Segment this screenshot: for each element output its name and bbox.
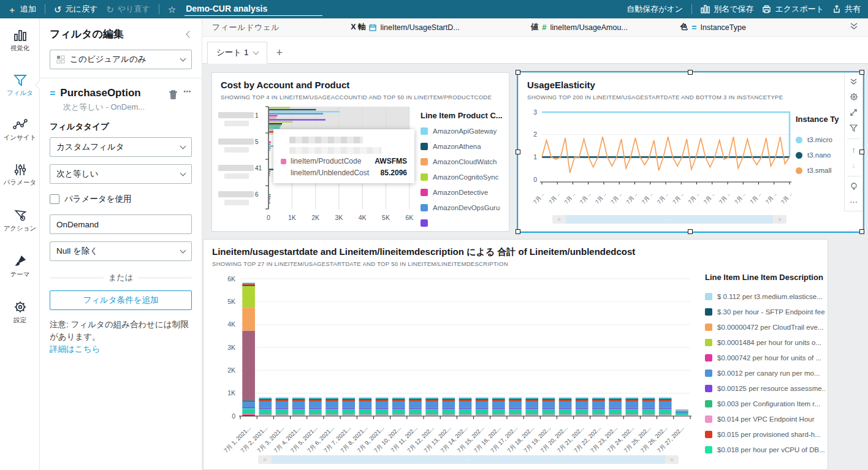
scrollbar-right-handle[interactable]: ≡ xyxy=(773,215,786,224)
visual-unblendedcost-by-date[interactable]: Lineitem/usagestartdate and Lineitem/lin… xyxy=(203,239,828,470)
field-well-color[interactable]: 色 = InstanceType xyxy=(680,22,746,32)
undo-button[interactable]: ↺ 元に戻す xyxy=(54,4,97,15)
field-well-x-axis[interactable]: X 軸 lineItem/UsageStartD... xyxy=(351,22,460,32)
legend-swatch xyxy=(705,293,712,300)
export-button[interactable]: エクスポート xyxy=(762,4,824,15)
move-down-button[interactable]: ↓ xyxy=(847,160,861,170)
legend-item[interactable]: t3.micro xyxy=(796,136,843,143)
use-parameter-checkbox[interactable] xyxy=(50,194,59,204)
analysis-title-input[interactable]: Demo-CUR analysis xyxy=(185,2,322,16)
panel-title: フィルタの編集 xyxy=(50,27,124,41)
legend-item[interactable]: $0.000742 per hour for units of ... xyxy=(705,354,825,362)
legend-item[interactable]: $0.014 per VPC Endpoint Hour xyxy=(705,415,825,423)
sidebar-item-visualize[interactable]: 視覚化 xyxy=(0,23,40,58)
scrollbar-track[interactable]: ⋯ xyxy=(272,455,665,464)
legend-item[interactable]: $0.015 per provisioned shard-h... xyxy=(705,431,825,438)
save-as-button[interactable]: 別名で保存 xyxy=(701,4,753,15)
legend-item[interactable]: $0.003 per Configuration Item r... xyxy=(705,400,825,407)
sidebar-item-filter[interactable]: フィルタ xyxy=(0,68,40,103)
filter-scope-select[interactable]: このビジュアルのみ xyxy=(50,50,192,69)
resize-handle-nw[interactable] xyxy=(516,70,520,75)
legend-item[interactable] xyxy=(421,219,508,227)
legend-item[interactable]: $0.00000472 per CloudTrail eve... xyxy=(705,324,825,331)
autosave-status[interactable]: 自動保存がオン xyxy=(626,4,683,15)
favorite-button[interactable]: ☆ xyxy=(168,5,176,14)
legend-item[interactable]: $0.018 per hour per vCPU of DB... xyxy=(705,446,825,453)
visual-settings-button[interactable] xyxy=(847,92,861,102)
rail-label: パラメータ xyxy=(4,178,36,187)
learn-more-link[interactable]: 詳細はこちら xyxy=(50,344,192,355)
legend-item[interactable]: t3.small xyxy=(796,167,843,174)
sidebar-item-settings[interactable]: 設定 xyxy=(0,294,40,330)
trash-icon[interactable] xyxy=(168,89,178,100)
sidebar-item-actions[interactable]: アクション xyxy=(0,202,40,238)
redo-button[interactable]: ↻ やり直す xyxy=(106,4,150,15)
add-button[interactable]: ＋ 追加 xyxy=(7,4,36,15)
legend-item[interactable]: AmazonCloudWatch xyxy=(421,158,508,165)
legend-item[interactable]: AmazonAthena xyxy=(421,143,508,150)
legend-item[interactable]: $ 0.112 per t3.medium.elasticse... xyxy=(705,293,825,300)
legend-item[interactable]: $.30 per hour - SFTP Endpoint fee xyxy=(705,308,825,316)
svg-text:1K: 1K xyxy=(227,389,235,396)
legend-label: AmazonCloudWatch xyxy=(433,158,497,165)
tab-sheet-1[interactable]: シート 1 xyxy=(207,42,267,64)
legend-item[interactable]: AmazonApiGateway xyxy=(421,127,508,135)
sidebar-item-parameters[interactable]: パラメータ xyxy=(0,157,40,192)
sliders-icon xyxy=(13,164,27,176)
resize-handle-sw[interactable] xyxy=(516,229,520,234)
resize-handle-ne[interactable] xyxy=(859,70,864,75)
legend-item[interactable]: AmazonCognitoSync xyxy=(421,173,508,181)
lightbulb-icon xyxy=(850,183,858,191)
legend-item[interactable]: t3.nano xyxy=(796,151,843,159)
legend-item[interactable]: AmazonDetective xyxy=(421,189,508,196)
field-well-value[interactable]: 値 # lineItem/UsageAmou... xyxy=(531,22,628,32)
chevron-down-icon xyxy=(180,247,186,253)
visual-filter-button[interactable] xyxy=(847,123,861,133)
svg-text:3: 3 xyxy=(533,108,537,116)
divider xyxy=(159,4,159,14)
add-sheet-button[interactable]: + xyxy=(267,43,291,63)
legend-item[interactable]: $0.0001484 per hour for units o... xyxy=(705,339,825,346)
visual-cost-by-account-product[interactable]: Cost by Account and Product SHOWING TOP … xyxy=(211,72,509,232)
collapse-panel-icon[interactable] xyxy=(186,31,192,37)
sidebar-item-insights[interactable]: インサイト xyxy=(0,113,40,148)
visual-menu-button[interactable]: ⋯ xyxy=(847,197,861,207)
scrollbar-track[interactable]: ⋯ xyxy=(566,215,773,224)
filter-value-input[interactable]: OnDemand xyxy=(50,214,192,234)
maximize-visual-button[interactable] xyxy=(847,108,861,118)
move-up-button[interactable]: ↑ xyxy=(847,145,861,154)
field-wells-label[interactable]: フィールドウェル xyxy=(212,22,280,33)
legend-item[interactable]: AmazonDevOpsGuru xyxy=(421,204,508,211)
visual-usage-elasticity[interactable]: UsageElasticity SHOWING TOP 200 IN LINEI… xyxy=(518,72,863,232)
resize-handle-n[interactable] xyxy=(688,70,693,75)
filter-type-select[interactable]: カスタムフィルタ xyxy=(50,137,192,157)
legend-item[interactable]: $0.0012 per canary run per mo... xyxy=(705,370,825,377)
scrollbar-right-handle[interactable]: ≡ xyxy=(665,455,679,464)
legend-label: $ 0.112 per t3.medium.elasticse... xyxy=(717,293,823,300)
filter-menu-icon[interactable]: ⋯ xyxy=(183,87,192,96)
insights-icon xyxy=(13,119,28,131)
add-filter-condition-button[interactable]: フィルタ条件を追加 xyxy=(50,290,192,310)
line-chart[interactable]: 32107月 ..7月 ..7月 ..7月 ..7月 ..7月 ..7月 ..7… xyxy=(525,105,794,208)
share-button[interactable]: 共有 xyxy=(832,4,861,15)
chart-zoom-scrollbar[interactable]: ≡ ⋯ ≡ xyxy=(552,215,786,224)
sheet-tab-label: シート 1 xyxy=(216,47,248,58)
null-handling-select[interactable]: Null を除く xyxy=(50,241,192,261)
svg-text:3K: 3K xyxy=(335,214,343,221)
scrollbar-left-handle[interactable]: ≡ xyxy=(258,455,272,464)
resize-handle-se[interactable] xyxy=(859,229,864,234)
stacked-bar-chart[interactable]: 01K2K3K4K5K6K7月 1, 2021...7月 2, 2021...7… xyxy=(211,270,695,453)
visual-subtitle: SHOWING TOP 27 IN LINEITEM/USAGESTARTDAT… xyxy=(212,260,508,267)
resize-handle-s[interactable] xyxy=(688,229,693,234)
gear-icon xyxy=(13,300,27,314)
chart-zoom-scrollbar[interactable]: ≡ ⋯ ≡ xyxy=(258,455,679,464)
resize-handle-w[interactable] xyxy=(516,150,520,154)
resize-handle-e[interactable] xyxy=(859,150,864,154)
insights-suggestion-button[interactable] xyxy=(847,182,861,192)
legend-item[interactable]: $0.00125 per resource assessme... xyxy=(705,385,825,392)
expand-field-wells-button[interactable] xyxy=(850,23,858,32)
sidebar-item-themes[interactable]: テーマ xyxy=(0,248,40,284)
scrollbar-left-handle[interactable]: ≡ xyxy=(552,215,566,224)
condition-select[interactable]: 次と等しい xyxy=(50,164,192,184)
collapse-menu-button[interactable] xyxy=(847,77,861,86)
